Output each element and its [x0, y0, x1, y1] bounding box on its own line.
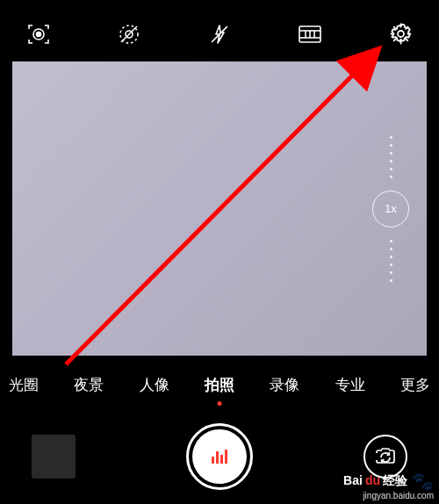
watermark-brand-right: du [365, 474, 380, 487]
shutter-button[interactable] [186, 423, 253, 490]
watermark-url: jingyan.baidu.com [343, 491, 434, 500]
watermark-brand-left: Bai [343, 474, 363, 487]
ai-bars-icon [212, 450, 227, 464]
settings-icon[interactable] [388, 22, 413, 47]
svg-line-4 [121, 26, 137, 42]
mode-aperture[interactable]: 光圈 [9, 375, 39, 395]
zoom-scale-bottom [390, 240, 392, 282]
mode-night[interactable]: 夜景 [74, 375, 104, 395]
mode-more[interactable]: 更多 [400, 375, 430, 395]
mode-photo-label: 拍照 [205, 377, 234, 393]
zoom-badge[interactable]: 1x [372, 191, 409, 227]
top-toolbar [0, 0, 439, 61]
mode-pro[interactable]: 专业 [335, 375, 365, 395]
live-photo-off-icon[interactable] [117, 22, 141, 47]
paw-icon: 🐾 [412, 472, 434, 491]
svg-point-1 [37, 32, 41, 36]
watermark: Baidu 经验 🐾 jingyan.baidu.com [343, 472, 434, 500]
svg-point-12 [398, 31, 404, 37]
flash-off-icon[interactable] [207, 22, 232, 47]
mode-photo[interactable]: 拍照 [205, 375, 234, 395]
shutter-inner [192, 429, 247, 484]
active-mode-indicator [217, 401, 221, 406]
mode-portrait[interactable]: 人像 [140, 375, 169, 395]
zoom-scale-top [390, 136, 392, 178]
gallery-thumbnail[interactable] [32, 435, 76, 479]
watermark-suffix: 经验 [383, 474, 407, 487]
mode-selector[interactable]: 光圈 夜景 人像 拍照 录像 专业 更多 [0, 356, 439, 402]
zoom-control[interactable]: 1x [372, 136, 409, 282]
lens-mode-icon[interactable] [26, 22, 51, 47]
camera-viewfinder[interactable]: 1x [12, 61, 427, 356]
filter-icon[interactable] [298, 22, 322, 47]
mode-video[interactable]: 录像 [270, 375, 299, 395]
